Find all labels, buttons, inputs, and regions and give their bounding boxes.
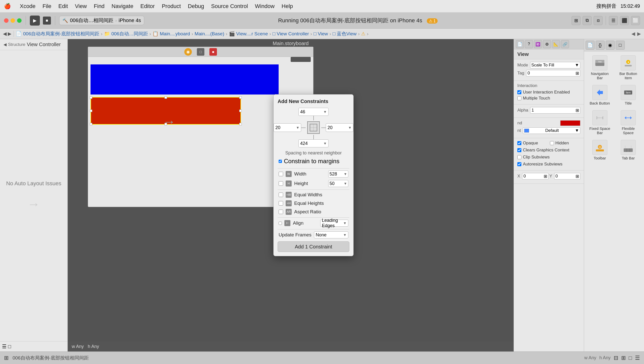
menu-editor[interactable]: Editor [140,3,155,10]
user-interaction-checkbox[interactable] [517,90,521,94]
breadcrumb-next-icon[interactable]: ▶ [637,31,641,37]
aspect-ratio-checkbox[interactable] [279,210,283,214]
clears-graphics-checkbox[interactable] [517,148,521,152]
run-button[interactable]: ▶ [30,16,40,26]
breadcrumb-item-4[interactable]: 🎬 View....r Scene [229,31,268,37]
resize-handle-ml[interactable] [90,110,92,112]
editor-layout-icon[interactable]: ⊞ [572,16,581,25]
breadcrumb-item-1[interactable]: 📁 006自动…同间距 [104,31,148,37]
attributes-inspector-icon[interactable]: ⚙ [543,40,551,48]
obj-icon-file[interactable]: 📄 [586,41,595,50]
menu-product[interactable]: Product [162,3,181,10]
mode-select[interactable]: Scale To Fill ▼ [530,62,580,68]
status-icon-4[interactable]: ☰ [635,355,640,361]
right-spacing-input[interactable]: 20 ▼ [326,123,353,132]
obj-cell-4[interactable]: Fixed Space Bar [587,109,613,136]
top-spacing-input[interactable]: 46 ▼ [298,108,329,116]
status-icon-1[interactable]: ⊟ [614,355,618,361]
menu-navigate[interactable]: Navigate [112,3,133,10]
quick-help-icon[interactable]: ? [525,40,533,48]
canvas-area[interactable]: Main.storyboard ◉ □ ■ [68,39,514,351]
opaque-checkbox[interactable] [517,141,521,145]
y-stepper[interactable]: ⊞ [576,174,579,179]
obj-cell-1[interactable]: ★ Bar Button Item [615,54,642,81]
update-frames-select[interactable]: None ▼ [314,231,348,238]
add-constraint-button[interactable]: Add 1 Constraint [278,241,349,252]
breadcrumb-warning-icon[interactable]: ⚠ [361,31,365,37]
constrain-margins-checkbox[interactable] [279,160,282,163]
obj-cell-5[interactable]: Flexible Space [615,109,642,136]
menu-debug[interactable]: Debug [188,3,204,10]
equal-heights-checkbox[interactable] [279,201,283,206]
obj-cell-3[interactable]: Item Title [615,83,642,107]
breadcrumb-item-5[interactable]: □ View Controller [273,31,309,37]
file-inspector-icon[interactable]: 📄 [516,40,524,48]
breadcrumb-item-0[interactable]: 📄 006自动布局案例-底部按钮相同间距 [16,31,99,37]
width-value[interactable]: 528 ▼ [328,170,348,177]
obj-cell-0[interactable]: Title Navigation Bar [587,54,613,81]
sidebar-bottom-icon[interactable]: ☰ [2,343,7,349]
width-dropdown-arrow[interactable]: ▼ [344,172,347,176]
breadcrumb-item-2[interactable]: 📋 Main....yboard [152,31,190,37]
align-dropdown-arrow[interactable]: ▼ [343,221,347,225]
obj-cell-6[interactable]: ◎ Toolbar [587,138,613,162]
apple-menu[interactable]: 🍎 [4,3,11,10]
obj-cell-7[interactable]: Tab Bar [615,138,642,162]
top-dropdown-arrow[interactable]: ▼ [323,110,327,114]
align-select[interactable]: Leading Edges ▼ [320,220,349,227]
menu-edit[interactable]: Edit [58,3,68,10]
background-color-swatch[interactable] [560,120,580,126]
minimize-button[interactable] [11,18,15,23]
tag-stepper[interactable]: ⊞ [576,71,579,76]
resize-handle-mr[interactable] [239,110,242,112]
tint-select[interactable]: Default ▼ [523,127,580,134]
bottom-spacing-input[interactable]: 424 ▼ [298,139,329,147]
sidebar-back-arrow[interactable]: ◀ [4,42,7,47]
menu-help[interactable]: Help [282,3,293,10]
status-icon-3[interactable]: □ [629,355,632,361]
menu-find[interactable]: Find [94,3,105,10]
status-icon-2[interactable]: ⊞ [621,355,626,361]
obj-icon-circle[interactable]: ◉ [606,41,615,50]
multiple-touch-checkbox[interactable] [517,96,521,100]
left-spacing-input[interactable]: 20 ▼ [274,123,301,132]
x-input[interactable]: 0 ⊞ [522,173,548,179]
height-dropdown-arrow[interactable]: ▼ [344,181,347,186]
clip-subviews-checkbox[interactable] [517,155,521,159]
maximize-button[interactable] [17,18,22,23]
y-input[interactable]: 0 ⊞ [554,173,580,179]
menu-file[interactable]: File [42,3,51,10]
hidden-checkbox[interactable] [550,141,554,145]
menu-window[interactable]: Window [255,3,275,10]
resize-handle-tl[interactable] [90,96,92,99]
left-dropdown-arrow[interactable]: ▼ [296,126,299,130]
obj-icon-brackets[interactable]: {} [596,41,605,50]
alpha-stepper[interactable]: ⊞ [576,108,579,113]
breadcrumb-item-3[interactable]: Main....(Base) [195,31,224,37]
resize-handle-tr[interactable] [239,96,242,99]
close-button[interactable] [4,18,9,23]
breadcrumb-nav-back[interactable]: ◀ [3,31,7,37]
navigator-toggle-icon[interactable]: ☰ [609,16,618,25]
version-editor-icon[interactable]: ⧈ [594,16,603,25]
status-left-icon[interactable]: ⊞ [4,355,9,361]
bottom-dropdown-arrow[interactable]: ▼ [323,141,327,145]
autoresize-checkbox[interactable] [517,162,521,166]
utilities-toggle-icon[interactable]: ⬜ [631,16,640,25]
tag-input[interactable]: 0 ⊞ [526,70,580,76]
height-value[interactable]: 50 ▼ [328,180,348,187]
debug-area-toggle-icon[interactable]: ⬛ [620,16,629,25]
breadcrumb-prev-icon[interactable]: ◀ [631,31,635,37]
stop-button[interactable]: ■ [43,17,51,25]
blue-view[interactable] [91,64,279,95]
menu-xcode[interactable]: Xcode [20,3,35,10]
size-inspector-icon[interactable]: 📐 [552,40,560,48]
resize-handle-tm[interactable] [165,96,167,99]
connections-inspector-icon[interactable]: 🔗 [561,40,569,48]
height-checkbox[interactable] [279,181,283,186]
menu-source-control[interactable]: Source Control [211,3,248,10]
obj-cell-2[interactable]: Back Button [587,83,613,107]
alpha-input[interactable]: 1 ⊞ [530,107,580,114]
assistant-editor-icon[interactable]: ⧉ [583,16,592,25]
sidebar-bottom-icon-2[interactable]: □ [8,344,11,349]
